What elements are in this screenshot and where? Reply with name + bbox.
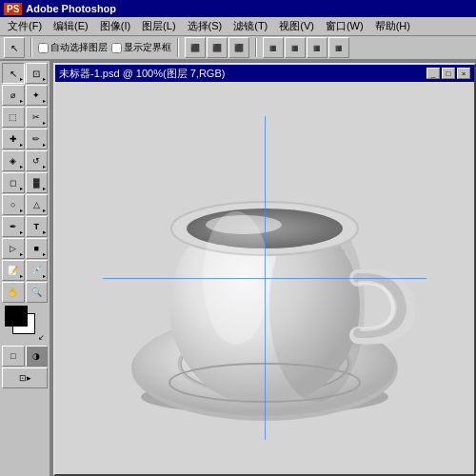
tool-history[interactable]: ↺▸ bbox=[26, 150, 49, 171]
options-bar: ↖ 自动选择图层 显示定界框 ⬛ ⬛ ⬛ ▦ ▦ ▦ ▦ bbox=[0, 36, 476, 61]
menu-filter[interactable]: 滤镜(T) bbox=[228, 18, 273, 34]
tool-magic-wand[interactable]: ✦▸ bbox=[26, 85, 49, 106]
main-area: ↖▸ ⊡▸ ⌀▸ ✦▸ ⬚ ✂▸ ✚▸ ✏▸ ◈▸ ↺▸ ◻▸ ▓▸ ○▸ bbox=[0, 61, 476, 476]
tool-shape[interactable]: ■▸ bbox=[26, 238, 49, 259]
menu-view[interactable]: 视图(V) bbox=[273, 18, 320, 34]
tool-zoom[interactable]: 🔍 bbox=[26, 282, 49, 303]
doc-maximize-btn[interactable]: □ bbox=[442, 68, 455, 79]
dist-btn3[interactable]: ▦ bbox=[307, 37, 327, 58]
app-title: Adobe Photoshop bbox=[26, 3, 116, 14]
toolbox: ↖▸ ⊡▸ ⌀▸ ✦▸ ⬚ ✂▸ ✚▸ ✏▸ ◈▸ ↺▸ ◻▸ ▓▸ ○▸ bbox=[0, 61, 51, 476]
tool-eyedropper[interactable]: 💉▸ bbox=[26, 260, 49, 281]
tool-heal[interactable]: ✚▸ bbox=[2, 129, 25, 149]
title-bar: PS Adobe Photoshop bbox=[0, 0, 476, 17]
foreground-color[interactable] bbox=[5, 306, 28, 327]
tool-blur[interactable]: △▸ bbox=[26, 194, 49, 215]
app-icon: PS bbox=[4, 3, 22, 15]
doc-window-buttons: _ □ × bbox=[426, 68, 470, 79]
auto-select-input[interactable] bbox=[38, 43, 49, 53]
tool-slice[interactable]: ✂▸ bbox=[26, 107, 49, 128]
align-buttons: ⬛ ⬛ ⬛ bbox=[185, 37, 249, 58]
tool-text[interactable]: T▸ bbox=[26, 216, 49, 237]
tool-gradient[interactable]: ▓▸ bbox=[26, 172, 49, 193]
tool-brush[interactable]: ✏▸ bbox=[26, 129, 49, 149]
document-title: 未标器-1.psd @ 100%(图层 7,RGB) bbox=[59, 67, 225, 81]
document-window: 未标器-1.psd @ 100%(图层 7,RGB) _ □ × bbox=[53, 63, 476, 476]
align-mid-btn[interactable]: ⬛ bbox=[207, 37, 228, 58]
tool-path[interactable]: ▷▸ bbox=[2, 238, 25, 259]
align-top-btn[interactable]: ⬛ bbox=[185, 37, 206, 58]
tool-crop[interactable]: ⬚ bbox=[2, 107, 25, 128]
dist-btn1[interactable]: ▦ bbox=[263, 37, 284, 58]
tool-pen[interactable]: ✒▸ bbox=[2, 216, 25, 237]
show-bounds-checkbox[interactable]: 显示定界框 bbox=[111, 41, 171, 54]
tool-move[interactable]: ↖▸ bbox=[2, 63, 25, 84]
cup-svg bbox=[103, 116, 426, 440]
menu-layer[interactable]: 图层(L) bbox=[136, 18, 181, 34]
standard-mode-btn[interactable]: □ bbox=[2, 346, 25, 367]
menu-bar: 文件(F) 编辑(E) 图像(I) 图层(L) 选择(S) 滤镜(T) 视图(V… bbox=[0, 17, 476, 36]
tool-hand[interactable]: ✋ bbox=[2, 282, 25, 303]
document-title-bar: 未标器-1.psd @ 100%(图层 7,RGB) _ □ × bbox=[55, 65, 474, 82]
canvas-area: 未标器-1.psd @ 100%(图层 7,RGB) _ □ × bbox=[51, 61, 476, 476]
show-bounds-input[interactable] bbox=[111, 43, 122, 53]
canvas-content[interactable] bbox=[55, 82, 474, 474]
tool-marquee[interactable]: ⊡▸ bbox=[26, 63, 49, 84]
align-bot-btn[interactable]: ⬛ bbox=[228, 37, 249, 58]
cup-container bbox=[103, 116, 426, 440]
doc-minimize-btn[interactable]: _ bbox=[426, 68, 440, 79]
menu-select[interactable]: 选择(S) bbox=[182, 18, 228, 34]
menu-file[interactable]: 文件(F) bbox=[2, 18, 48, 34]
auto-select-layer-checkbox[interactable]: 自动选择图层 bbox=[38, 41, 108, 54]
quick-mask-btn[interactable]: ◑ bbox=[26, 346, 49, 367]
move-tool-btn[interactable]: ↖ bbox=[4, 37, 25, 58]
cup-body-highlight bbox=[203, 211, 269, 345]
doc-close-btn[interactable]: × bbox=[457, 68, 470, 79]
menu-window[interactable]: 窗口(W) bbox=[320, 18, 369, 34]
tool-lasso[interactable]: ⌀▸ bbox=[2, 85, 25, 106]
distribute-buttons: ▦ ▦ ▦ ▦ bbox=[263, 37, 349, 58]
screen-mode-btn[interactable]: ⊡▸ bbox=[2, 367, 48, 388]
separator3 bbox=[255, 38, 257, 57]
tool-eraser[interactable]: ◻▸ bbox=[2, 172, 25, 193]
dist-btn2[interactable]: ▦ bbox=[285, 37, 306, 58]
menu-help[interactable]: 帮助(H) bbox=[369, 18, 416, 34]
tool-notes[interactable]: 📝▸ bbox=[2, 260, 25, 281]
menu-image[interactable]: 图像(I) bbox=[94, 18, 136, 34]
tool-dodge[interactable]: ○▸ bbox=[2, 194, 25, 215]
reset-colors-icon[interactable]: ↙ bbox=[38, 333, 45, 342]
dist-btn4[interactable]: ▦ bbox=[328, 37, 349, 58]
separator bbox=[30, 38, 32, 57]
tool-stamp[interactable]: ◈▸ bbox=[2, 150, 25, 171]
menu-edit[interactable]: 编辑(E) bbox=[48, 18, 94, 34]
separator2 bbox=[177, 38, 179, 57]
color-swatch-area[interactable]: ↙ bbox=[5, 306, 45, 342]
